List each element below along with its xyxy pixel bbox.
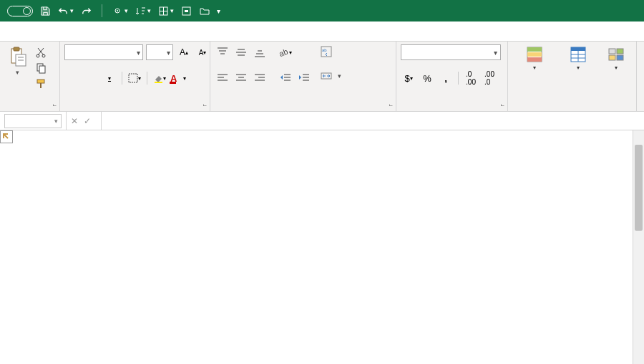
svg-rect-7 xyxy=(14,47,19,51)
cancel-formula-icon[interactable]: ✕ xyxy=(71,116,78,126)
align-bottom-icon[interactable] xyxy=(252,44,268,60)
bold-button[interactable] xyxy=(64,70,80,86)
ribbon: ▾ A▴ A▾ ▾ ▾ ▾ xyxy=(0,42,644,112)
cut-icon[interactable] xyxy=(33,44,49,60)
borders-button[interactable]: ▾ xyxy=(127,70,142,86)
svg-rect-60 xyxy=(617,55,623,60)
name-box[interactable]: ▾ xyxy=(4,114,62,128)
orientation-icon[interactable]: ab▾ xyxy=(278,44,293,60)
paste-button[interactable]: ▾ xyxy=(4,44,30,78)
svg-rect-50 xyxy=(527,52,542,57)
import-icon[interactable] xyxy=(181,6,192,16)
quick-access-toolbar: ▾ ▾ ▾ ▾ ▾ xyxy=(40,4,220,17)
formula-bar: ▾ ✕ ✓ xyxy=(0,112,644,130)
font-color-button[interactable]: A▾ xyxy=(170,70,186,86)
increase-decimal-icon[interactable]: .0.00 xyxy=(463,70,479,86)
vertical-scrollbar[interactable] xyxy=(633,130,644,364)
underline-button[interactable]: ▾ xyxy=(102,70,117,86)
format-as-table-button[interactable]: ▾ xyxy=(560,44,597,73)
increase-font-icon[interactable]: A▴ xyxy=(176,44,192,60)
svg-rect-49 xyxy=(527,47,542,52)
enter-formula-icon[interactable]: ✓ xyxy=(84,116,91,126)
redo-icon[interactable] xyxy=(81,6,92,16)
svg-rect-58 xyxy=(617,49,623,54)
conditional-formatting-button[interactable]: ▾ xyxy=(512,44,557,73)
qat-more-icon[interactable]: ▾ xyxy=(217,7,220,15)
align-top-icon[interactable] xyxy=(215,44,230,60)
svg-point-1 xyxy=(117,10,118,11)
svg-rect-18 xyxy=(155,82,162,83)
autosave-toggle[interactable] xyxy=(4,6,33,16)
svg-rect-19 xyxy=(170,82,176,84)
svg-rect-16 xyxy=(40,83,42,88)
undo-icon[interactable]: ▾ xyxy=(58,6,74,16)
font-name-combo[interactable] xyxy=(64,44,143,60)
decrease-font-icon[interactable]: A▾ xyxy=(195,44,210,60)
percent-format-icon[interactable]: % xyxy=(419,70,435,86)
group-clipboard: ▾ xyxy=(0,42,60,111)
align-right-icon[interactable] xyxy=(252,70,268,86)
group-alignment-label xyxy=(215,108,391,110)
svg-rect-57 xyxy=(609,49,615,54)
increase-indent-icon[interactable] xyxy=(296,70,312,86)
svg-text:ab: ab xyxy=(279,47,289,57)
svg-text:ab: ab xyxy=(322,48,327,52)
group-styles-label xyxy=(512,108,632,110)
copy-icon[interactable] xyxy=(33,60,49,76)
svg-rect-15 xyxy=(37,80,44,83)
fill-color-button[interactable]: ▾ xyxy=(152,70,167,86)
comma-format-icon[interactable]: , xyxy=(438,70,454,86)
title-bar: ▾ ▾ ▾ ▾ ▾ xyxy=(0,0,644,21)
open-icon[interactable] xyxy=(199,6,210,16)
sort-icon[interactable]: ▾ xyxy=(135,6,151,16)
borders-icon[interactable]: ▾ xyxy=(158,6,174,16)
align-middle-icon[interactable] xyxy=(233,44,249,60)
merge-center-button[interactable]: ▾ xyxy=(318,69,344,83)
svg-rect-17 xyxy=(129,74,137,82)
worksheet-area[interactable] xyxy=(0,130,644,364)
accounting-format-icon[interactable]: $▾ xyxy=(401,70,416,86)
format-painter-icon[interactable] xyxy=(33,76,49,92)
group-alignment: ab▾ ab ▾ xyxy=(210,42,396,111)
cell-styles-button[interactable]: ▾ xyxy=(600,44,632,73)
svg-rect-53 xyxy=(571,47,585,51)
group-clipboard-label xyxy=(4,108,55,110)
italic-button[interactable] xyxy=(83,70,99,86)
svg-rect-51 xyxy=(527,57,542,62)
group-number: $▾ % , .0.00 .00.0 xyxy=(396,42,508,111)
align-center-icon[interactable] xyxy=(233,70,249,86)
decrease-decimal-icon[interactable]: .00.0 xyxy=(482,70,497,86)
number-format-combo[interactable] xyxy=(401,44,501,60)
decrease-indent-icon[interactable] xyxy=(278,70,293,86)
insert-options-icon[interactable] xyxy=(0,130,13,143)
ribbon-tabs xyxy=(0,21,644,42)
svg-rect-14 xyxy=(39,66,45,73)
svg-rect-59 xyxy=(609,55,615,60)
group-font: A▴ A▾ ▾ ▾ ▾ A▾ xyxy=(60,42,210,111)
group-number-label xyxy=(401,108,503,110)
align-left-icon[interactable] xyxy=(215,70,230,86)
group-font-label xyxy=(64,108,205,110)
font-size-combo[interactable] xyxy=(146,44,173,60)
save-icon[interactable] xyxy=(40,6,51,16)
wrap-text-button[interactable]: ab xyxy=(318,44,344,59)
touch-mode-icon[interactable]: ▾ xyxy=(112,6,128,16)
group-styles: ▾ ▾ ▾ xyxy=(508,42,637,111)
